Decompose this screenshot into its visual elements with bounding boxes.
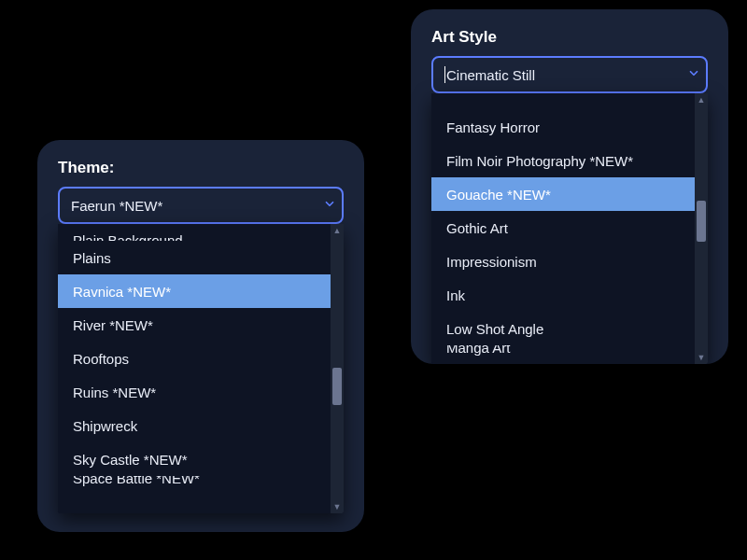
artstyle-option-label: Low Shot Angle xyxy=(446,321,543,337)
artstyle-option[interactable]: Film Noir Photography *NEW* xyxy=(431,144,695,177)
artstyle-option-label: Gouache *NEW* xyxy=(446,187,551,203)
artstyle-select-value: Cinematic Still xyxy=(446,67,535,83)
theme-option-label: Ravnica *NEW* xyxy=(73,284,171,300)
artstyle-option[interactable]: Manga Art xyxy=(431,345,695,364)
theme-option[interactable]: Ravnica *NEW* xyxy=(58,274,331,308)
artstyle-select[interactable]: Cinematic Still xyxy=(431,56,708,93)
theme-option-label: Rooftops xyxy=(73,351,129,367)
theme-scrollbar[interactable]: ▲ ▼ xyxy=(331,224,344,513)
theme-select[interactable]: Faerun *NEW* xyxy=(58,187,344,224)
artstyle-dropdown: Fantasy Horror Film Noir Photography *NE… xyxy=(431,93,708,364)
scroll-up-icon[interactable]: ▲ xyxy=(695,93,708,106)
artstyle-option[interactable]: Impressionism xyxy=(431,245,695,278)
artstyle-option[interactable]: Gouache *NEW* xyxy=(431,177,695,211)
theme-option-label: Sky Castle *NEW* xyxy=(73,452,188,468)
scroll-up-icon[interactable]: ▲ xyxy=(331,224,344,237)
theme-option-label: Space Battle *NEW* xyxy=(73,476,200,486)
artstyle-scrollbar[interactable]: ▲ ▼ xyxy=(695,93,708,364)
artstyle-label: Art Style xyxy=(431,28,708,47)
scroll-down-icon[interactable]: ▼ xyxy=(331,500,344,513)
theme-dropdown-viewport: Plain Background Plains Ravnica *NEW* Ri… xyxy=(58,224,331,513)
theme-option-label: River *NEW* xyxy=(73,317,153,333)
artstyle-option-label: Ink xyxy=(446,287,465,303)
theme-option[interactable]: Space Battle *NEW* xyxy=(58,476,331,495)
scroll-down-icon[interactable]: ▼ xyxy=(695,351,708,364)
chevron-down-icon xyxy=(687,67,700,83)
theme-option[interactable]: Rooftops xyxy=(58,342,331,375)
artstyle-option[interactable]: Fantasy Horror xyxy=(431,110,695,144)
artstyle-option[interactable] xyxy=(431,93,695,110)
theme-option[interactable]: River *NEW* xyxy=(58,308,331,342)
artstyle-option[interactable]: Low Shot Angle xyxy=(431,312,695,345)
theme-option[interactable]: Sky Castle *NEW* xyxy=(58,442,331,476)
theme-option-label: Ruins *NEW* xyxy=(73,385,156,400)
artstyle-option-label: Film Noir Photography *NEW* xyxy=(446,153,633,169)
theme-panel: Theme: Faerun *NEW* Plain Background Pla… xyxy=(37,140,364,532)
artstyle-panel: Art Style Cinematic Still Fantasy Horror… xyxy=(411,9,728,364)
text-cursor xyxy=(444,66,445,83)
theme-scrollbar-thumb[interactable] xyxy=(332,368,342,405)
chevron-down-icon xyxy=(323,198,336,214)
theme-option[interactable]: Plain Background xyxy=(58,224,331,241)
theme-dropdown: Plain Background Plains Ravnica *NEW* Ri… xyxy=(58,224,344,513)
theme-option[interactable]: Plains xyxy=(58,241,331,274)
theme-option[interactable]: Shipwreck xyxy=(58,409,331,442)
theme-option-label: Shipwreck xyxy=(73,418,137,434)
artstyle-option[interactable]: Ink xyxy=(431,278,695,312)
artstyle-option[interactable]: Gothic Art xyxy=(431,211,695,245)
artstyle-option-label: Fantasy Horror xyxy=(446,119,540,135)
theme-option-label: Plains xyxy=(73,250,111,266)
artstyle-dropdown-viewport: Fantasy Horror Film Noir Photography *NE… xyxy=(431,93,695,364)
theme-label: Theme: xyxy=(58,159,344,177)
artstyle-option-label: Impressionism xyxy=(446,254,537,270)
artstyle-option-label: Manga Art xyxy=(446,345,510,356)
theme-option[interactable]: Ruins *NEW* xyxy=(58,375,331,409)
artstyle-scrollbar-thumb[interactable] xyxy=(697,201,706,242)
theme-select-value: Faerun *NEW* xyxy=(71,198,162,214)
theme-option-label: Plain Background xyxy=(73,232,183,241)
artstyle-option-label: Gothic Art xyxy=(446,220,508,236)
